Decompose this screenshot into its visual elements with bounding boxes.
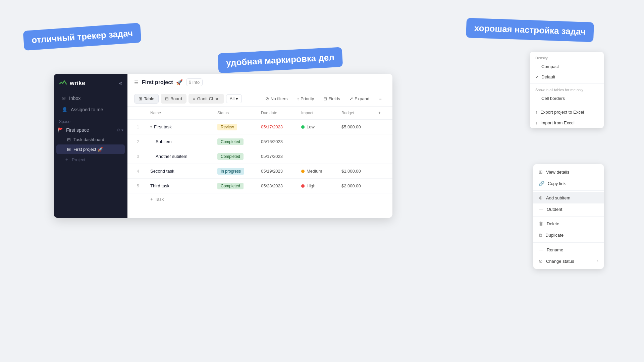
row-3-date: 05/17/2023 (258, 153, 299, 160)
col-budget: Budget (339, 109, 376, 117)
row-4-impact: Medium (299, 167, 339, 175)
col-name: Name (148, 109, 215, 117)
sidebar-item-task-dashboard[interactable]: ⊞ Task dashboard (56, 135, 125, 144)
table-row[interactable]: 1 ▾ First task Review 05/17/2023 Low $5,… (127, 120, 392, 134)
cm-delete[interactable]: 🗑 Delete (533, 218, 604, 229)
first-project-icon: ⊟ (67, 147, 71, 152)
collapse-button[interactable]: « (119, 80, 122, 86)
sidebar-logo: wrike « (54, 79, 127, 93)
add-subitem-icon: ⊕ (539, 195, 543, 200)
density-compact[interactable]: ✓ Compact (530, 61, 604, 72)
row-2-name: Subitem (148, 138, 215, 145)
row-3-budget (339, 155, 376, 158)
info-button[interactable]: ℹ Info (186, 78, 203, 86)
filter-icon: ⊘ (265, 96, 269, 101)
row-5-budget: $2,000.00 (339, 182, 376, 190)
inbox-label: Inbox (69, 96, 80, 101)
expand-button[interactable]: ⤢ Expand (346, 95, 373, 103)
table-header: Name Status Due date Impact Budget + (127, 107, 392, 120)
rename-label: Rename (547, 247, 563, 252)
task-dashboard-icon: ⊞ (67, 137, 71, 142)
fields-label: Fields (328, 96, 340, 101)
cm-copy-link[interactable]: 🔗 Copy link (533, 178, 604, 189)
expand-icon: ⤢ (350, 96, 353, 101)
change-status-arrow-icon: › (597, 259, 598, 263)
space-flag-icon: 🚩 (58, 127, 63, 133)
app-window: wrike « ✉ Inbox 👤 Assigned to me Space 🚩… (54, 74, 392, 218)
main-content: ☰ First project 🚀 ℹ Info ⊞ Table ⊟ Board… (127, 74, 392, 218)
cm-outdent[interactable]: — Outdent (533, 203, 604, 215)
col-add[interactable]: + (376, 109, 386, 117)
export-excel-item[interactable]: ↑ Export project to Excel (530, 107, 604, 117)
context-menu: ⊞ View details 🔗 Copy link ⊕ Add subitem… (533, 164, 604, 269)
row-5-impact: High (299, 182, 339, 190)
all-dropdown[interactable]: All ▾ (226, 94, 242, 103)
space-section-label: Space (54, 115, 127, 125)
table-row[interactable]: 2 Subitem Completed 05/16/2023 (127, 134, 392, 149)
first-project-label: First project 🚀 (73, 147, 103, 152)
density-section-label: Density (530, 52, 604, 61)
table-row[interactable]: 5 Third task Completed 05/23/2023 High $… (127, 179, 392, 193)
add-task-row[interactable]: + Task (127, 193, 392, 205)
filters-button[interactable]: ⊘ No filters (262, 95, 291, 103)
view-details-icon: ⊞ (539, 169, 543, 175)
delete-label: Delete (547, 221, 559, 226)
cm-change-status[interactable]: ⊙ Change status › (533, 255, 604, 267)
compact-label: Compact (541, 64, 559, 69)
delete-icon: 🗑 (539, 221, 543, 226)
cm-duplicate[interactable]: ⧉ Duplicate (533, 229, 604, 241)
row-1-date: 05/17/2023 (258, 123, 299, 131)
row-1-impact: Low (299, 123, 339, 131)
import-excel-item[interactable]: ↓ Import from Excel (530, 117, 604, 128)
sidebar-space-row[interactable]: 🚩 First space ⚙ ▾ (55, 125, 126, 135)
row-3-name: Another subitem (148, 153, 215, 160)
table-row[interactable]: 3 Another subitem Completed 05/17/2023 (127, 149, 392, 164)
row-2-impact (299, 140, 339, 143)
cell-borders-item[interactable]: ✓ Cell borders (530, 93, 604, 104)
row-5-date: 05/23/2023 (258, 182, 299, 190)
outdent-icon: — (539, 206, 543, 212)
table-row[interactable]: 4 Second task In progress 05/19/2023 Med… (127, 164, 392, 179)
sidebar-item-assigned[interactable]: 👤 Assigned to me (56, 104, 125, 115)
status-badge-review: Review (217, 124, 237, 130)
add-subitem-label: Add subitem (546, 195, 570, 200)
bubble-right: хорошая настройка задач (466, 18, 594, 42)
more-icon: ··· (379, 96, 382, 101)
expand-arrow-icon[interactable]: ▾ (150, 125, 152, 129)
copy-link-label: Copy link (548, 181, 566, 186)
dd-divider-1 (530, 83, 604, 84)
fields-button[interactable]: ⊟ Fields (320, 95, 343, 103)
sidebar: wrike « ✉ Inbox 👤 Assigned to me Space 🚩… (54, 74, 127, 218)
info-circle-icon: ℹ (189, 80, 191, 85)
tab-board[interactable]: ⊟ Board (161, 94, 186, 104)
cm-view-details[interactable]: ⊞ View details (533, 166, 604, 178)
project-list-icon: ☰ (134, 80, 139, 85)
priority-button[interactable]: ↕ Priority (293, 95, 317, 103)
export-label: Export project to Excel (540, 110, 584, 115)
sidebar-item-first-project[interactable]: ⊟ First project 🚀 (56, 144, 125, 154)
tab-table[interactable]: ⊞ Table (134, 94, 159, 104)
task-table: Name Status Due date Impact Budget + 1 ▾… (127, 107, 392, 218)
row-4-num: 4 (134, 168, 148, 175)
cm-add-subitem[interactable]: ⊕ Add subitem (533, 192, 604, 203)
gantt-icon: ≡ (193, 96, 196, 101)
tab-gantt[interactable]: ≡ Gantt Chart (189, 94, 224, 104)
sidebar-item-inbox[interactable]: ✉ Inbox (56, 93, 125, 104)
sidebar-add-project[interactable]: ＋ Project (54, 154, 127, 165)
cell-borders-label: Cell borders (541, 96, 565, 101)
space-gear-icon[interactable]: ⚙ (116, 128, 120, 132)
table-icon: ⊞ (139, 96, 142, 101)
bubble-left: отличный трекер задач (23, 23, 142, 51)
project-header: ☰ First project 🚀 ℹ Info (127, 74, 392, 91)
add-task-plus-icon: + (150, 197, 153, 202)
density-default[interactable]: ✓ Default (530, 72, 604, 82)
row-2-budget (339, 140, 376, 143)
filters-label: No filters (270, 96, 287, 101)
impact-dot-green (301, 125, 305, 129)
cm-rename[interactable]: — Rename (533, 244, 604, 255)
row-1-status: Review (215, 122, 258, 132)
more-button[interactable]: ··· (375, 95, 386, 103)
logo-text: wrike (70, 80, 85, 87)
project-title: First project (142, 79, 173, 85)
change-status-label: Change status (546, 259, 574, 264)
